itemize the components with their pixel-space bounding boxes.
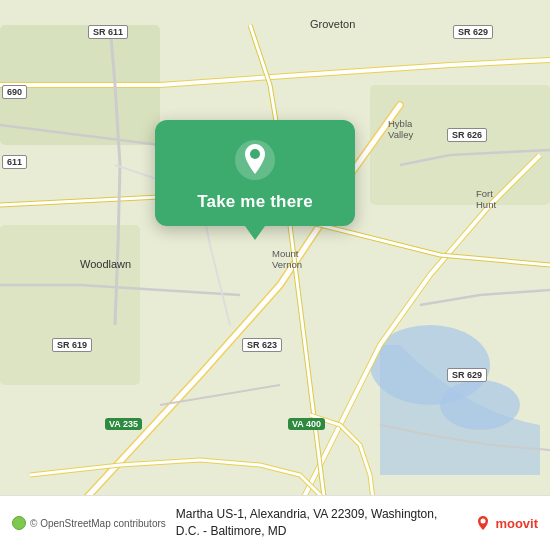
badge-611: 611 [2, 155, 27, 169]
badge-sr629-2: SR 629 [447, 368, 487, 382]
badge-sr626: SR 626 [447, 128, 487, 142]
osm-text: © OpenStreetMap contributors [30, 518, 166, 529]
badge-sr619: SR 619 [52, 338, 92, 352]
moovit-logo: moovit [474, 514, 538, 532]
address-text: Martha US-1, Alexandria, VA 22309, Washi… [176, 506, 465, 540]
badge-sr611-1: SR 611 [88, 25, 128, 39]
moovit-text: moovit [495, 516, 538, 531]
osm-circle-icon [12, 516, 26, 530]
map-container: Groveton Woodlawn MountVernon HyblaValle… [0, 0, 550, 550]
bottom-bar: © OpenStreetMap contributors Martha US-1… [0, 495, 550, 550]
svg-point-6 [250, 149, 260, 159]
osm-attribution: © OpenStreetMap contributors [12, 516, 166, 530]
badge-sr623: SR 623 [242, 338, 282, 352]
moovit-pin-icon [474, 514, 492, 532]
popup-label: Take me there [197, 192, 313, 212]
location-pin-icon [233, 138, 277, 182]
map-roads [0, 0, 550, 550]
badge-va400: VA 400 [288, 418, 325, 430]
popup-card[interactable]: Take me there [155, 120, 355, 226]
svg-point-7 [481, 519, 486, 524]
badge-690: 690 [2, 85, 27, 99]
badge-va235: VA 235 [105, 418, 142, 430]
badge-sr629-1: SR 629 [453, 25, 493, 39]
